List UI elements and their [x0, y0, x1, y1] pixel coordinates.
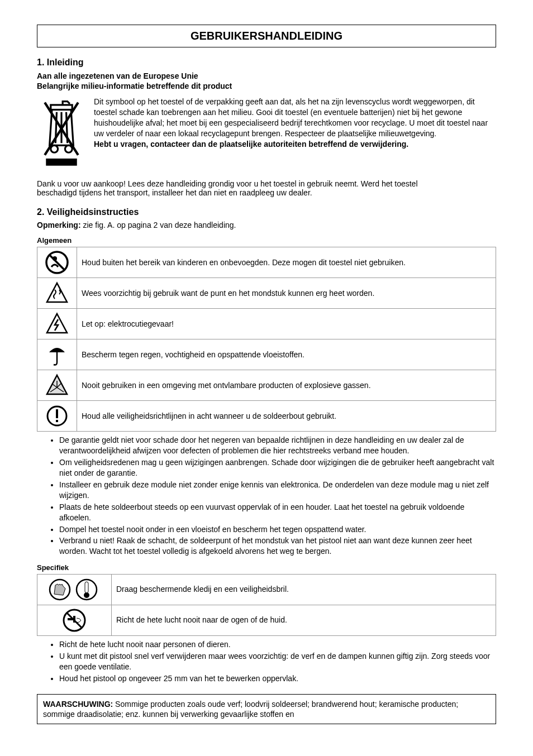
- thank-you-text: Aan alle ingezetenen van de Europese Uni…: [37, 71, 496, 91]
- warning-box: WAARSCHUWING: Sommige producten zoals ou…: [37, 694, 496, 724]
- thanks-line-1: Dank u voor uw aankoop! Lees deze handle…: [37, 179, 418, 188]
- weee-text: Dit symbool op het toestel of de verpakk…: [94, 97, 488, 138]
- gloves-thermometer-icon: [37, 575, 112, 605]
- list-item: Verbrand u niet! Raak de schacht, de sol…: [59, 535, 496, 557]
- general-header: Algemeen: [37, 236, 496, 245]
- specific-header: Specifiek: [37, 563, 496, 572]
- row-text: Houd buiten het bereik van kinderen en o…: [77, 247, 496, 278]
- table-row: Houd alle veiligheidsrichtlijnen in acht…: [37, 401, 496, 432]
- list-item: Plaats de hete soldeerbout steeds op een…: [59, 502, 496, 523]
- thanks-line-2: beschadigd tijdens het transport, instal…: [37, 188, 312, 197]
- list-item: Installeer en gebruik deze module niet z…: [59, 480, 496, 501]
- list-item: Om veiligheidsredenen mag u geen wijzigi…: [59, 457, 496, 479]
- weee-bin-icon: [37, 97, 86, 168]
- row-text: Houd alle veiligheidsrichtlijnen in acht…: [77, 401, 496, 432]
- list-item: U kunt met dit pistool snel verf verwijd…: [59, 651, 496, 672]
- note-prefix: Opmerking:: [37, 221, 83, 229]
- title-text: GEBRUIKERSHANDLEIDING: [191, 30, 342, 42]
- section-1-heading: 1. Inleiding: [37, 58, 496, 68]
- electric-shock-warning-icon: [37, 309, 77, 339]
- table-row: Houd buiten het bereik van kinderen en o…: [37, 247, 496, 278]
- explosive-warning-icon: [37, 370, 77, 401]
- general-symbols-table: Houd buiten het bereik van kinderen en o…: [37, 247, 496, 432]
- specific-symbols-table: Draag beschermende kledij en een veiligh…: [37, 574, 496, 636]
- eu-heading: Aan alle ingezetenen van de Europese Uni…: [37, 71, 198, 80]
- specific-bullets: Richt de hete lucht nooit naar personen …: [37, 639, 496, 684]
- row-text: Richt de hete lucht nooit naar de ogen o…: [112, 605, 496, 636]
- svg-rect-0: [51, 105, 72, 110]
- svg-point-23: [84, 592, 89, 598]
- weee-bold: Hebt u vragen, contacteer dan de plaatse…: [94, 140, 408, 149]
- list-item: Richt de hete lucht nooit naar personen …: [59, 639, 496, 650]
- env-info-heading: Belangrijke milieu-informatie betreffend…: [37, 82, 232, 90]
- thank-you-lines: Dank u voor uw aankoop! Lees deze handle…: [37, 179, 496, 197]
- svg-rect-19: [56, 420, 58, 422]
- row-text: Draag beschermende kledij en een veiligh…: [112, 575, 496, 605]
- general-warning-icon: [37, 401, 77, 432]
- table-row: Richt de hete lucht nooit naar de ogen o…: [37, 605, 496, 636]
- table-row: Let op: elektrocutiegevaar!: [37, 309, 496, 339]
- keep-dry-umbrella-icon: [37, 339, 77, 370]
- list-item: Dompel het toestel nooit onder in een vl…: [59, 524, 496, 535]
- table-row: Bescherm tegen regen, vochtigheid en ops…: [37, 339, 496, 370]
- row-text: Wees voorzichtig bij gebruik want de pun…: [77, 278, 496, 309]
- general-bullets: De garantie geldt niet voor schade door …: [37, 435, 496, 557]
- row-text: Let op: elektrocutiegevaar!: [77, 309, 496, 339]
- svg-line-11: [49, 255, 65, 270]
- svg-rect-8: [46, 159, 77, 166]
- no-children-icon: [37, 247, 77, 278]
- table-row: Draag beschermende kledij en een veiligh…: [37, 575, 496, 605]
- table-row: Wees voorzichtig bij gebruik want de pun…: [37, 278, 496, 309]
- note-text: zie fig. A. op pagina 2 van deze handlei…: [83, 221, 236, 229]
- title-box: GEBRUIKERSHANDLEIDING: [37, 25, 496, 47]
- row-text: Nooit gebruiken in een omgeving met ontv…: [77, 370, 496, 401]
- note-line: Opmerking: zie fig. A. op pagina 2 van d…: [37, 221, 496, 229]
- svg-point-5: [65, 146, 72, 153]
- svg-rect-22: [85, 582, 88, 593]
- svg-rect-18: [56, 409, 58, 418]
- no-aim-body-icon: [37, 605, 112, 636]
- section-2-heading: 2. Veiligheidsinstructies: [37, 207, 496, 217]
- svg-point-4: [51, 146, 58, 153]
- list-item: De garantie geldt niet voor schade door …: [59, 435, 496, 456]
- hot-surface-warning-icon: [37, 278, 77, 309]
- warning-prefix: WAARSCHUWING:: [43, 700, 113, 709]
- table-row: Nooit gebruiken in een omgeving met ontv…: [37, 370, 496, 401]
- row-text: Bescherm tegen regen, vochtigheid en ops…: [77, 339, 496, 370]
- list-item: Houd het pistool op ongeveer 25 mm van h…: [59, 673, 496, 684]
